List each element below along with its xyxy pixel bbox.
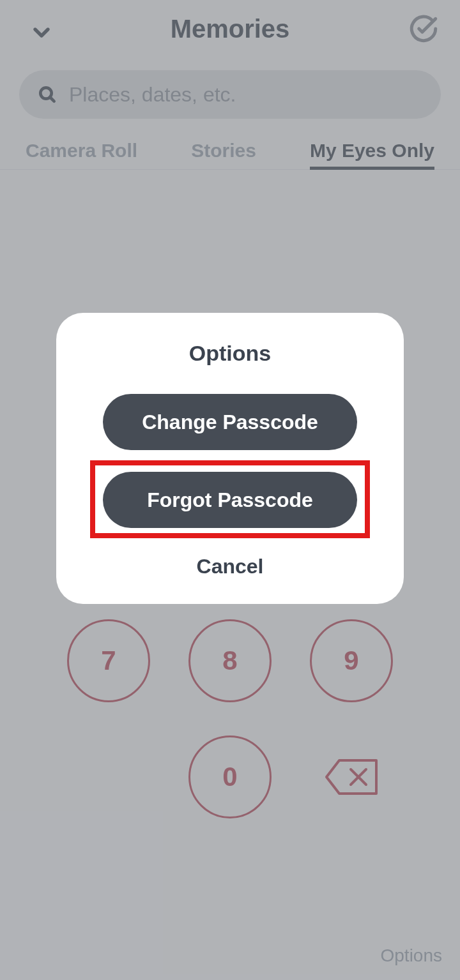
cancel-button[interactable]: Cancel	[197, 555, 264, 578]
options-modal: Options Change Passcode Forgot Passcode …	[56, 313, 404, 604]
memories-screen: Memories Camera Roll Stories My Eyes Onl…	[0, 0, 460, 980]
change-passcode-button[interactable]: Change Passcode	[103, 394, 357, 450]
highlight-box	[90, 460, 370, 538]
change-passcode-wrap: Change Passcode	[103, 394, 357, 450]
modal-title: Options	[189, 341, 271, 366]
forgot-passcode-wrap: Forgot Passcode	[103, 472, 357, 528]
